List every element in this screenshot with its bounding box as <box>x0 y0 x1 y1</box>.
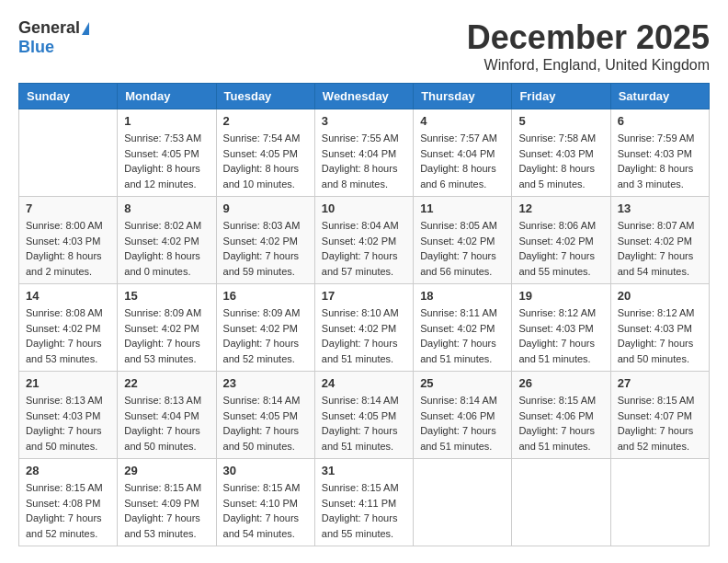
day-number: 29 <box>124 464 209 477</box>
calendar-week-row: 14Sunrise: 8:08 AM Sunset: 4:02 PM Dayli… <box>19 284 710 372</box>
day-info: Sunrise: 8:12 AM Sunset: 4:03 PM Dayligh… <box>518 305 603 366</box>
day-number: 16 <box>223 289 308 303</box>
day-info: Sunrise: 8:15 AM Sunset: 4:11 PM Dayligh… <box>322 480 406 541</box>
calendar-cell: 22Sunrise: 8:13 AM Sunset: 4:04 PM Dayli… <box>118 372 216 459</box>
day-info: Sunrise: 8:15 AM Sunset: 4:09 PM Dayligh… <box>124 480 209 541</box>
day-number: 20 <box>618 289 702 303</box>
day-info: Sunrise: 8:12 AM Sunset: 4:03 PM Dayligh… <box>618 305 702 366</box>
calendar-cell: 2Sunrise: 7:54 AM Sunset: 4:05 PM Daylig… <box>216 109 314 197</box>
calendar-cell: 15Sunrise: 8:09 AM Sunset: 4:02 PM Dayli… <box>118 284 216 372</box>
day-number: 25 <box>420 376 505 390</box>
calendar-cell: 4Sunrise: 7:57 AM Sunset: 4:04 PM Daylig… <box>414 109 512 197</box>
day-info: Sunrise: 8:15 AM Sunset: 4:07 PM Dayligh… <box>618 393 702 454</box>
day-number: 8 <box>124 201 209 215</box>
calendar-day-header: Friday <box>512 84 610 109</box>
day-info: Sunrise: 8:15 AM Sunset: 4:08 PM Dayligh… <box>26 480 110 541</box>
day-number: 10 <box>322 201 406 215</box>
calendar-week-row: 21Sunrise: 8:13 AM Sunset: 4:03 PM Dayli… <box>19 372 710 459</box>
calendar-week-row: 1Sunrise: 7:53 AM Sunset: 4:05 PM Daylig… <box>19 109 710 197</box>
day-number: 1 <box>124 114 209 128</box>
calendar-cell: 7Sunrise: 8:00 AM Sunset: 4:03 PM Daylig… <box>19 197 118 284</box>
day-info: Sunrise: 8:10 AM Sunset: 4:02 PM Dayligh… <box>322 305 406 366</box>
day-info: Sunrise: 8:00 AM Sunset: 4:03 PM Dayligh… <box>26 218 110 279</box>
calendar-cell: 11Sunrise: 8:05 AM Sunset: 4:02 PM Dayli… <box>414 197 512 284</box>
day-number: 7 <box>26 201 110 215</box>
page-header: General Blue December 2025 Winford, Engl… <box>18 18 710 74</box>
day-info: Sunrise: 7:58 AM Sunset: 4:03 PM Dayligh… <box>518 131 603 191</box>
day-info: Sunrise: 8:06 AM Sunset: 4:02 PM Dayligh… <box>518 218 603 279</box>
day-number: 30 <box>223 464 308 477</box>
calendar-cell: 17Sunrise: 8:10 AM Sunset: 4:02 PM Dayli… <box>314 284 413 372</box>
day-number: 27 <box>618 376 702 390</box>
day-number: 19 <box>518 289 603 303</box>
calendar-cell: 16Sunrise: 8:09 AM Sunset: 4:02 PM Dayli… <box>216 284 314 372</box>
calendar-day-header: Tuesday <box>216 84 314 109</box>
day-info: Sunrise: 7:57 AM Sunset: 4:04 PM Dayligh… <box>420 131 505 191</box>
calendar-cell: 23Sunrise: 8:14 AM Sunset: 4:05 PM Dayli… <box>216 372 314 459</box>
day-number: 15 <box>124 289 209 303</box>
calendar-cell <box>19 109 118 197</box>
day-info: Sunrise: 8:14 AM Sunset: 4:05 PM Dayligh… <box>223 393 308 454</box>
day-number: 21 <box>26 376 110 390</box>
calendar-cell: 27Sunrise: 8:15 AM Sunset: 4:07 PM Dayli… <box>610 372 709 459</box>
logo-icon <box>82 22 89 35</box>
day-number: 2 <box>223 114 308 128</box>
calendar-day-header: Thursday <box>414 84 512 109</box>
calendar-cell <box>610 459 709 546</box>
calendar-day-header: Wednesday <box>314 84 413 109</box>
day-info: Sunrise: 8:04 AM Sunset: 4:02 PM Dayligh… <box>322 218 406 279</box>
day-number: 6 <box>618 114 702 128</box>
day-number: 4 <box>420 114 505 128</box>
day-number: 13 <box>618 201 702 215</box>
calendar-cell: 12Sunrise: 8:06 AM Sunset: 4:02 PM Dayli… <box>512 197 610 284</box>
calendar-day-header: Monday <box>118 84 216 109</box>
calendar-cell: 13Sunrise: 8:07 AM Sunset: 4:02 PM Dayli… <box>610 197 709 284</box>
day-info: Sunrise: 7:55 AM Sunset: 4:04 PM Dayligh… <box>322 131 406 191</box>
calendar-cell: 20Sunrise: 8:12 AM Sunset: 4:03 PM Dayli… <box>610 284 709 372</box>
day-number: 5 <box>518 114 603 128</box>
day-info: Sunrise: 8:02 AM Sunset: 4:02 PM Dayligh… <box>124 218 209 279</box>
day-number: 22 <box>124 376 209 390</box>
day-number: 18 <box>420 289 505 303</box>
day-number: 23 <box>223 376 308 390</box>
calendar-cell: 24Sunrise: 8:14 AM Sunset: 4:05 PM Dayli… <box>314 372 413 459</box>
day-number: 14 <box>26 289 110 303</box>
day-info: Sunrise: 8:09 AM Sunset: 4:02 PM Dayligh… <box>223 305 308 366</box>
day-info: Sunrise: 8:14 AM Sunset: 4:06 PM Dayligh… <box>420 393 505 454</box>
calendar-cell: 6Sunrise: 7:59 AM Sunset: 4:03 PM Daylig… <box>610 109 709 197</box>
calendar-cell: 28Sunrise: 8:15 AM Sunset: 4:08 PM Dayli… <box>19 459 118 546</box>
calendar-cell: 10Sunrise: 8:04 AM Sunset: 4:02 PM Dayli… <box>314 197 413 284</box>
calendar-cell: 25Sunrise: 8:14 AM Sunset: 4:06 PM Dayli… <box>414 372 512 459</box>
logo-general-text: General <box>18 18 80 38</box>
calendar-cell: 14Sunrise: 8:08 AM Sunset: 4:02 PM Dayli… <box>19 284 118 372</box>
calendar-cell: 29Sunrise: 8:15 AM Sunset: 4:09 PM Dayli… <box>118 459 216 546</box>
calendar-cell: 8Sunrise: 8:02 AM Sunset: 4:02 PM Daylig… <box>118 197 216 284</box>
day-info: Sunrise: 7:59 AM Sunset: 4:03 PM Dayligh… <box>618 131 702 191</box>
logo-blue-text: Blue <box>18 38 54 57</box>
day-info: Sunrise: 8:15 AM Sunset: 4:10 PM Dayligh… <box>223 480 308 541</box>
day-info: Sunrise: 8:13 AM Sunset: 4:03 PM Dayligh… <box>26 393 110 454</box>
day-number: 26 <box>518 376 603 390</box>
calendar-cell: 3Sunrise: 7:55 AM Sunset: 4:04 PM Daylig… <box>314 109 413 197</box>
location-title: Winford, England, United Kingdom <box>467 57 710 74</box>
calendar-cell: 21Sunrise: 8:13 AM Sunset: 4:03 PM Dayli… <box>19 372 118 459</box>
calendar-cell: 18Sunrise: 8:11 AM Sunset: 4:02 PM Dayli… <box>414 284 512 372</box>
day-info: Sunrise: 8:03 AM Sunset: 4:02 PM Dayligh… <box>223 218 308 279</box>
calendar-cell: 26Sunrise: 8:15 AM Sunset: 4:06 PM Dayli… <box>512 372 610 459</box>
day-info: Sunrise: 8:13 AM Sunset: 4:04 PM Dayligh… <box>124 393 209 454</box>
calendar-table: SundayMondayTuesdayWednesdayThursdayFrid… <box>18 83 710 546</box>
calendar-week-row: 28Sunrise: 8:15 AM Sunset: 4:08 PM Dayli… <box>19 459 710 546</box>
calendar-cell: 9Sunrise: 8:03 AM Sunset: 4:02 PM Daylig… <box>216 197 314 284</box>
calendar-cell: 30Sunrise: 8:15 AM Sunset: 4:10 PM Dayli… <box>216 459 314 546</box>
day-info: Sunrise: 8:07 AM Sunset: 4:02 PM Dayligh… <box>618 218 702 279</box>
day-info: Sunrise: 8:05 AM Sunset: 4:02 PM Dayligh… <box>420 218 505 279</box>
day-number: 12 <box>518 201 603 215</box>
calendar-cell <box>414 459 512 546</box>
calendar-day-header: Sunday <box>19 84 118 109</box>
month-title: December 2025 <box>467 18 710 57</box>
title-area: December 2025 Winford, England, United K… <box>467 18 710 74</box>
calendar-cell: 5Sunrise: 7:58 AM Sunset: 4:03 PM Daylig… <box>512 109 610 197</box>
day-number: 24 <box>322 376 406 390</box>
calendar-cell <box>512 459 610 546</box>
day-info: Sunrise: 8:08 AM Sunset: 4:02 PM Dayligh… <box>26 305 110 366</box>
